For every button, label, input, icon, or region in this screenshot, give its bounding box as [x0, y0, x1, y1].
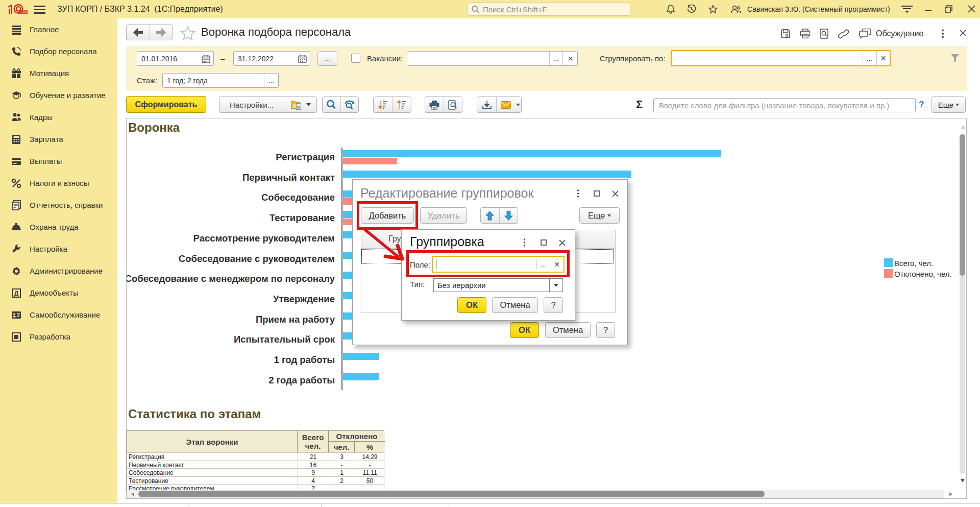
svg-text:Д: Д	[14, 290, 19, 297]
